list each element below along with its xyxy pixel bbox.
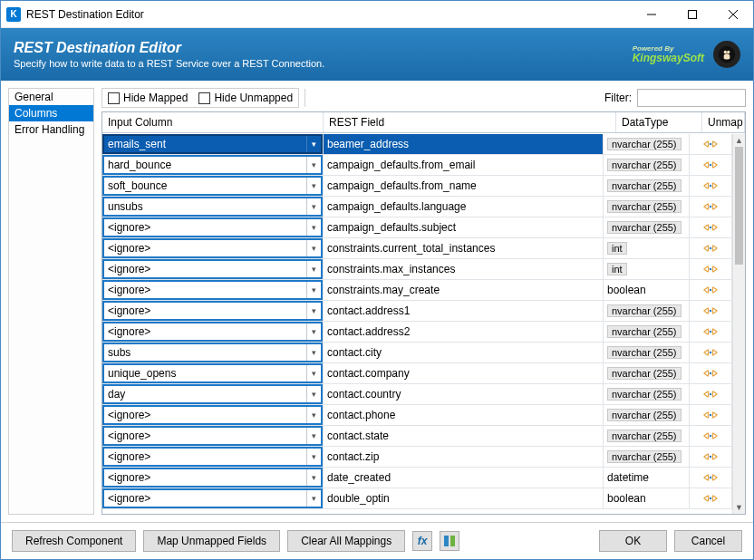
unmap-icon[interactable]	[701, 492, 720, 505]
table-row[interactable]: soft_bounce▾campaign_defaults.from_namen…	[102, 176, 732, 197]
table-row[interactable]: <ignore>▾constraints.may_createboolean	[102, 280, 732, 301]
chevron-down-icon[interactable]: ▾	[306, 490, 321, 507]
unmap-icon[interactable]	[701, 450, 720, 463]
minimize-button[interactable]	[631, 1, 672, 27]
table-row[interactable]: <ignore>▾contact.phonenvarchar (255)	[102, 405, 732, 426]
table-row[interactable]: unsubs▾campaign_defaults.languagenvarcha…	[102, 197, 732, 217]
chevron-down-icon[interactable]: ▾	[306, 323, 321, 340]
table-row[interactable]: <ignore>▾contact.address2nvarchar (255)	[102, 322, 732, 343]
table-body[interactable]: emails_sent▾beamer_addressnvarchar (255)…	[102, 134, 732, 514]
input-column-dropdown[interactable]: hard_bounce▾	[102, 155, 323, 175]
cancel-button[interactable]: Cancel	[674, 530, 742, 552]
chevron-down-icon[interactable]: ▾	[306, 386, 321, 402]
table-row[interactable]: <ignore>▾contact.statenvarchar (255)	[102, 426, 732, 447]
table-row[interactable]: <ignore>▾constraints.max_instancesint	[102, 259, 732, 280]
input-column-value: <ignore>	[108, 263, 150, 275]
chevron-down-icon[interactable]: ▾	[306, 157, 321, 173]
header-rest-field[interactable]: REST Field	[324, 112, 616, 132]
sidebar-item-error-handling[interactable]: Error Handling	[9, 121, 93, 138]
input-column-dropdown[interactable]: <ignore>▾	[102, 447, 323, 467]
refresh-component-button[interactable]: Refresh Component	[12, 530, 136, 552]
unmap-icon[interactable]	[701, 304, 720, 317]
input-column-dropdown[interactable]: unsubs▾	[102, 197, 323, 217]
unmap-icon[interactable]	[701, 471, 720, 484]
table-row[interactable]: <ignore>▾contact.address1nvarchar (255)	[102, 301, 732, 322]
chevron-down-icon[interactable]: ▾	[306, 407, 321, 423]
scroll-down-icon[interactable]: ▼	[733, 501, 745, 514]
table-row[interactable]: <ignore>▾campaign_defaults.subjectnvarch…	[102, 217, 732, 238]
table-row[interactable]: <ignore>▾constraints.current_total_insta…	[102, 238, 732, 259]
chevron-down-icon[interactable]: ▾	[306, 136, 321, 152]
unmap-icon[interactable]	[701, 367, 720, 380]
header-unmap[interactable]: Unmap	[702, 112, 745, 132]
scroll-up-icon[interactable]: ▲	[733, 134, 745, 147]
input-column-dropdown[interactable]: emails_sent▾	[102, 134, 323, 154]
table-row[interactable]: <ignore>▾double_optinboolean	[102, 488, 732, 509]
table-row[interactable]: emails_sent▾beamer_addressnvarchar (255)	[102, 134, 732, 155]
hide-unmapped-checkbox[interactable]	[198, 92, 210, 104]
input-column-dropdown[interactable]: day▾	[102, 384, 323, 404]
close-button[interactable]	[712, 1, 753, 27]
unmap-icon[interactable]	[701, 242, 720, 255]
header-datatype[interactable]: DataType	[616, 112, 702, 132]
input-column-dropdown[interactable]: <ignore>▾	[102, 217, 323, 237]
table-row[interactable]: day▾contact.countrynvarchar (255)	[102, 384, 732, 405]
unmap-icon[interactable]	[701, 430, 720, 442]
input-column-dropdown[interactable]: <ignore>▾	[102, 280, 323, 300]
input-column-dropdown[interactable]: <ignore>▾	[102, 426, 323, 446]
unmap-icon[interactable]	[701, 346, 720, 359]
chevron-down-icon[interactable]: ▾	[306, 178, 321, 194]
input-column-dropdown[interactable]: <ignore>▾	[102, 259, 323, 279]
chevron-down-icon[interactable]: ▾	[306, 198, 321, 215]
scroll-thumb[interactable]	[735, 147, 743, 265]
scrollbar[interactable]: ▲ ▼	[732, 134, 745, 514]
table-row[interactable]: subs▾contact.citynvarchar (255)	[102, 343, 732, 363]
map-unmapped-fields-button[interactable]: Map Unmapped Fields	[143, 530, 280, 552]
sidebar-item-general[interactable]: General	[9, 89, 93, 105]
chevron-down-icon[interactable]: ▾	[306, 219, 321, 236]
chevron-down-icon[interactable]: ▾	[306, 282, 321, 298]
unmap-icon[interactable]	[701, 388, 720, 401]
unmap-icon[interactable]	[701, 200, 720, 213]
svg-point-19	[710, 393, 711, 395]
table-row[interactable]: hard_bounce▾campaign_defaults.from_email…	[102, 155, 732, 176]
expression-button[interactable]: fx	[412, 531, 432, 551]
unmap-icon[interactable]	[701, 138, 720, 150]
input-column-dropdown[interactable]: <ignore>▾	[102, 238, 323, 258]
unmap-icon[interactable]	[701, 263, 720, 275]
svg-point-18	[710, 372, 711, 374]
chevron-down-icon[interactable]: ▾	[306, 261, 321, 277]
input-column-dropdown[interactable]: <ignore>▾	[102, 405, 323, 425]
chevron-down-icon[interactable]: ▾	[306, 240, 321, 256]
header-input-column[interactable]: Input Column	[102, 112, 324, 132]
chevron-down-icon[interactable]: ▾	[306, 449, 321, 465]
chevron-down-icon[interactable]: ▾	[306, 428, 321, 444]
input-column-dropdown[interactable]: <ignore>▾	[102, 468, 323, 488]
columns-tool-button[interactable]	[440, 531, 459, 551]
unmap-icon[interactable]	[701, 221, 720, 234]
table-row[interactable]: <ignore>▾contact.zipnvarchar (255)	[102, 447, 732, 468]
input-column-dropdown[interactable]: <ignore>▾	[102, 322, 323, 342]
clear-all-mappings-button[interactable]: Clear All Mappings	[287, 530, 405, 552]
sidebar-item-columns[interactable]: Columns	[9, 105, 93, 121]
chevron-down-icon[interactable]: ▾	[306, 344, 321, 361]
chevron-down-icon[interactable]: ▾	[306, 469, 321, 486]
hide-mapped-checkbox[interactable]	[108, 92, 120, 104]
filter-input[interactable]	[637, 89, 746, 107]
maximize-button[interactable]	[672, 1, 712, 27]
input-column-dropdown[interactable]: soft_bounce▾	[102, 176, 323, 196]
input-column-dropdown[interactable]: subs▾	[102, 343, 323, 362]
unmap-icon[interactable]	[701, 159, 720, 171]
input-column-dropdown[interactable]: unique_opens▾	[102, 363, 323, 383]
chevron-down-icon[interactable]: ▾	[306, 365, 321, 381]
unmap-icon[interactable]	[701, 284, 720, 296]
input-column-dropdown[interactable]: <ignore>▾	[102, 488, 323, 508]
input-column-dropdown[interactable]: <ignore>▾	[102, 301, 323, 321]
chevron-down-icon[interactable]: ▾	[306, 303, 321, 319]
unmap-icon[interactable]	[701, 325, 720, 338]
unmap-icon[interactable]	[701, 179, 720, 192]
table-row[interactable]: unique_opens▾contact.companynvarchar (25…	[102, 363, 732, 384]
table-row[interactable]: <ignore>▾date_createddatetime	[102, 468, 732, 488]
ok-button[interactable]: OK	[599, 530, 667, 552]
unmap-icon[interactable]	[701, 409, 720, 421]
